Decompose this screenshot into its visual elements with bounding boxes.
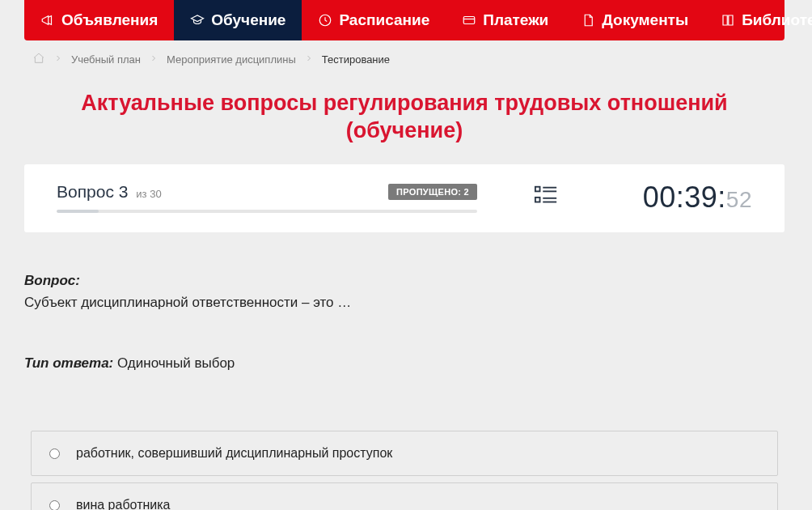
question-list-icon[interactable] bbox=[534, 198, 558, 210]
timer-seconds: 52 bbox=[726, 187, 752, 212]
document-icon bbox=[581, 13, 595, 28]
nav-label: Платежи bbox=[483, 11, 548, 29]
chevron-right-icon bbox=[53, 53, 63, 66]
timer: 00:39:52 bbox=[582, 181, 752, 215]
card-icon bbox=[462, 13, 476, 28]
question-label: Вопрос: bbox=[24, 273, 80, 288]
clock-icon bbox=[318, 13, 332, 28]
answer-option-text: вина работника bbox=[76, 498, 170, 510]
main-navbar: Объявления Обучение Расписание Платежи bbox=[24, 0, 785, 40]
answer-option[interactable]: работник, совершивший дисциплинарный про… bbox=[31, 431, 778, 476]
nav-item-payments[interactable]: Платежи bbox=[446, 0, 565, 40]
book-icon bbox=[721, 13, 735, 28]
question-total: 30 bbox=[150, 188, 161, 200]
timer-main: 00:39: bbox=[643, 181, 726, 214]
chevron-right-icon bbox=[149, 53, 159, 66]
nav-item-learning[interactable]: Обучение bbox=[174, 0, 302, 40]
question-counter: Вопрос 3 из 30 bbox=[57, 182, 162, 202]
nav-item-announcements[interactable]: Объявления bbox=[24, 0, 174, 40]
chevron-right-icon bbox=[304, 53, 314, 66]
breadcrumb: Учебный план Мероприятие дисциплины Тест… bbox=[24, 40, 785, 75]
nav-label: Объявления bbox=[61, 11, 158, 29]
svg-rect-3 bbox=[535, 198, 540, 202]
graduation-cap-icon bbox=[190, 13, 205, 28]
progress-fill bbox=[57, 210, 99, 213]
breadcrumb-item[interactable]: Мероприятие дисциплины bbox=[167, 53, 296, 66]
question-block: Вопрос: Субъект дисциплинарной ответстве… bbox=[24, 270, 785, 375]
answer-options: работник, совершивший дисциплинарный про… bbox=[24, 431, 785, 510]
answer-radio[interactable] bbox=[49, 500, 60, 510]
nav-item-library[interactable]: Библиотека bbox=[704, 0, 812, 40]
svg-rect-2 bbox=[535, 187, 540, 192]
home-icon[interactable] bbox=[32, 52, 45, 67]
answer-radio[interactable] bbox=[49, 448, 60, 459]
nav-label: Расписание bbox=[339, 11, 429, 29]
of-word: из bbox=[136, 188, 146, 200]
progress-bar bbox=[57, 210, 477, 213]
nav-label: Документы bbox=[602, 11, 688, 29]
question-word: Вопрос bbox=[57, 182, 114, 201]
breadcrumb-item-current: Тестирование bbox=[322, 53, 390, 66]
answer-option-text: работник, совершивший дисциплинарный про… bbox=[76, 446, 392, 461]
breadcrumb-item[interactable]: Учебный план bbox=[71, 53, 141, 66]
page-title: Актуальные вопросы регулирования трудовы… bbox=[24, 90, 785, 145]
answer-type-value: Одиночный выбор bbox=[117, 355, 235, 371]
skipped-badge: ПРОПУЩЕНО: 2 bbox=[388, 184, 477, 200]
nav-item-schedule[interactable]: Расписание bbox=[302, 0, 446, 40]
status-card: Вопрос 3 из 30 ПРОПУЩЕНО: 2 bbox=[24, 164, 785, 232]
nav-label: Обучение bbox=[211, 11, 285, 29]
nav-item-documents[interactable]: Документы bbox=[565, 0, 704, 40]
nav-label: Библиотека bbox=[742, 11, 812, 29]
answer-option[interactable]: вина работника bbox=[31, 482, 778, 510]
question-text: Субъект дисциплинарной ответственности –… bbox=[24, 291, 785, 313]
answer-type-label: Тип ответа: bbox=[24, 355, 113, 371]
megaphone-icon bbox=[40, 13, 55, 28]
question-number: 3 bbox=[119, 182, 129, 201]
svg-rect-1 bbox=[463, 17, 475, 24]
